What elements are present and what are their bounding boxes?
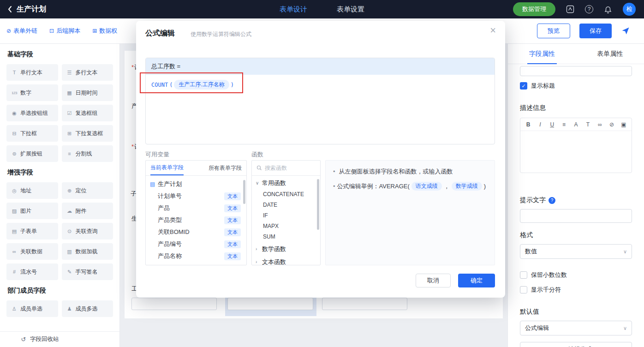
italic-icon[interactable]: I — [537, 121, 543, 128]
keep-decimal-checkbox[interactable]: 保留小数位数 — [520, 271, 632, 279]
field-recycle-bin[interactable]: ↺ 字段回收站 — [0, 331, 119, 347]
variable-item[interactable]: 产品类型文本 — [146, 214, 246, 226]
data-permission-link[interactable]: ⊞ 数据权 — [92, 27, 117, 35]
field-multi-select[interactable]: ⊞下拉复选框 — [62, 125, 113, 142]
checkbox-unchecked-icon[interactable] — [520, 286, 527, 293]
form-external-link[interactable]: ⊘ 表单外链 — [6, 27, 37, 35]
field-checkbox-group[interactable]: ☑复选框组 — [62, 105, 113, 121]
publish-icon[interactable] — [621, 26, 630, 36]
canvas-input[interactable] — [131, 298, 217, 310]
field-sub-form[interactable]: ▤子表单 — [6, 223, 58, 239]
function-item-sum[interactable]: SUM — [252, 231, 320, 242]
address-icon: ◎ — [11, 188, 18, 194]
format-select[interactable]: 数值 ∨ — [520, 244, 632, 259]
field-location[interactable]: ⊕定位 — [62, 182, 113, 199]
tab-form-design[interactable]: 表单设计 — [280, 5, 307, 14]
font-color-icon[interactable]: A — [573, 121, 579, 128]
field-title-input[interactable] — [520, 66, 632, 76]
function-group-text[interactable]: ›文本函数 — [252, 256, 320, 265]
function-item-if[interactable]: IF — [252, 210, 320, 221]
description-editor-body[interactable] — [520, 131, 632, 173]
tab-form-settings[interactable]: 表单设置 — [337, 5, 364, 14]
field-radio-group[interactable]: ◉单选按钮组 — [6, 105, 58, 121]
field-attachment[interactable]: ☁附件 — [62, 203, 113, 219]
tab-all-form-fields[interactable]: 所有表单字段 — [209, 161, 242, 175]
field-single-line-text[interactable]: T单行文本 — [6, 64, 58, 81]
canvas-input[interactable] — [227, 298, 313, 310]
function-item-date[interactable]: DATE — [252, 199, 320, 210]
function-group-math[interactable]: ›数学函数 — [252, 243, 320, 255]
cancel-button[interactable]: 取消 — [416, 274, 451, 287]
field-image[interactable]: ▨图片 — [6, 203, 58, 219]
tab-form-properties[interactable]: 表单属性 — [576, 44, 644, 64]
formula-target: 总工序数 = — [146, 58, 495, 75]
unlink-icon[interactable]: ⊘ — [608, 121, 615, 128]
field-label: 成员多选 — [76, 305, 98, 313]
field-data-load[interactable]: ▥数据加载 — [62, 243, 113, 260]
field-extend-button[interactable]: ⊜扩展按钮 — [6, 145, 58, 162]
function-item-mapx[interactable]: MAPX — [252, 221, 320, 231]
hint-text-input[interactable] — [520, 209, 632, 223]
field-serial-number[interactable]: #流水号 — [6, 263, 58, 280]
font-size-icon[interactable]: T — [584, 121, 591, 128]
avatar[interactable]: 检 — [623, 3, 636, 16]
selected-field-wrapper[interactable] — [225, 296, 316, 316]
scrollbar[interactable] — [317, 179, 319, 230]
close-icon[interactable]: × — [490, 25, 496, 36]
checkbox-unchecked-icon[interactable] — [520, 271, 527, 279]
canvas-input[interactable] — [322, 298, 407, 310]
bold-icon[interactable]: B — [525, 121, 531, 128]
hint-help-icon[interactable]: ? — [549, 197, 555, 204]
back-icon[interactable] — [7, 6, 12, 13]
scrollbar[interactable] — [243, 180, 245, 204]
field-member-multi[interactable]: ♟成员多选 — [62, 300, 113, 317]
variable-item[interactable]: 产品文本 — [146, 202, 246, 214]
field-address[interactable]: ◎地址 — [6, 182, 58, 199]
field-signature[interactable]: ✎手写签名 — [62, 263, 113, 280]
field-number[interactable]: 123数字 — [6, 84, 58, 101]
field-multi-line-text[interactable]: ☰多行文本 — [62, 64, 113, 81]
variable-item[interactable]: 关联BOMID文本 — [146, 226, 246, 238]
function-group-common[interactable]: ∨常用函数 — [252, 177, 320, 189]
checkbox-checked-icon[interactable]: ✓ — [520, 82, 527, 90]
field-label: 复选框组 — [76, 109, 98, 117]
field-label: 地址 — [20, 187, 31, 195]
formula-input-area[interactable]: COUNT( 生产工序.工序名称 ) — [146, 75, 495, 144]
tree-root-production-plan[interactable]: ▤ 生产计划 — [146, 178, 246, 190]
field-divider[interactable]: ≡分割线 — [62, 145, 113, 162]
backend-script-link[interactable]: ⊡ 后端脚本 — [49, 27, 80, 35]
radio-icon: ◉ — [11, 110, 18, 116]
data-permission-icon: ⊞ — [92, 28, 97, 34]
preview-button[interactable]: 预览 — [537, 24, 570, 38]
field-related-query[interactable]: ⊙关联查询 — [62, 223, 113, 239]
tab-field-properties[interactable]: 字段属性 — [508, 44, 576, 64]
field-select[interactable]: ⊟下拉框 — [6, 125, 58, 142]
data-manage-button[interactable]: 数据管理 — [513, 2, 555, 16]
variable-item[interactable]: 计划单号文本 — [146, 190, 246, 202]
show-title-checkbox[interactable]: ✓ 显示标题 — [520, 82, 632, 90]
field-date-time[interactable]: ▦日期时间 — [62, 84, 113, 101]
variable-item[interactable]: 产品编号文本 — [146, 238, 246, 250]
edit-formula-button[interactable]: fx 编辑公式 — [520, 342, 632, 347]
notification-bell-icon[interactable] — [603, 5, 613, 14]
default-value-select[interactable]: 公式编辑 ∨ — [520, 321, 632, 335]
help-icon[interactable]: ? — [585, 5, 593, 13]
underline-icon[interactable]: U — [549, 121, 555, 128]
sub-form-icon: ▤ — [11, 228, 18, 234]
thousand-separator-checkbox[interactable]: 显示千分符 — [520, 286, 632, 294]
field-member-single[interactable]: ♙成员单选 — [6, 300, 58, 317]
formula-variable-pill[interactable]: 生产工序.工序名称 — [174, 80, 229, 90]
tab-current-form-fields[interactable]: 当前表单字段 — [150, 161, 184, 175]
confirm-button[interactable]: 确定 — [458, 274, 495, 287]
save-button[interactable]: 保存 — [579, 24, 612, 38]
description-editor[interactable]: B I U ≡ A T ∞ ⊘ ▣ — [520, 118, 632, 173]
recycle-icon: ↺ — [20, 336, 27, 343]
function-search-input[interactable]: 搜索函数 — [252, 161, 320, 176]
insert-image-icon[interactable]: ▣ — [620, 121, 627, 128]
field-related-data[interactable]: ∞关联数据 — [6, 243, 58, 260]
align-icon[interactable]: ≡ — [561, 121, 567, 128]
variable-item[interactable]: 产品名称文本 — [146, 250, 246, 262]
link-icon[interactable]: ∞ — [596, 121, 603, 128]
function-item-concatenate[interactable]: CONCATENATE — [252, 189, 320, 199]
app-switch-icon[interactable] — [566, 5, 575, 14]
